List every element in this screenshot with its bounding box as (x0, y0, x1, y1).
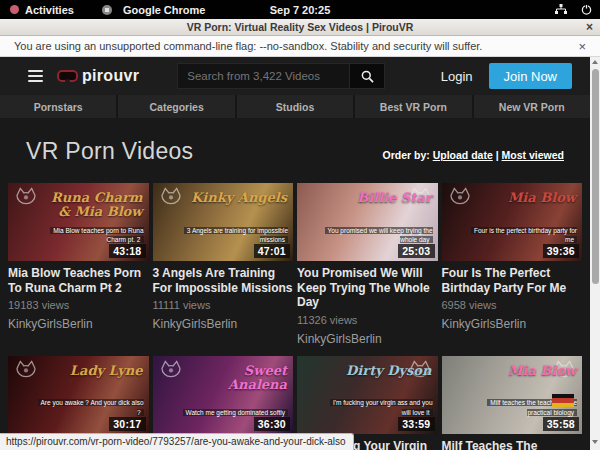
video-card[interactable]: Mia Blow Four is the perfect birthday pa… (442, 183, 583, 346)
logo-text: pirouvr (82, 67, 139, 85)
video-card[interactable]: Billie Star You promised we will keep tr… (297, 183, 438, 346)
page-title: VR Porn Videos (26, 138, 193, 165)
video-studio-link[interactable]: KinkyGirlsBerlin (8, 317, 149, 331)
video-card[interactable]: Runa Charm & Mia Blow Mia Blow teaches p… (8, 183, 149, 346)
duration-badge: 25:03 (398, 244, 434, 258)
nav-categories[interactable]: Categories (118, 95, 234, 118)
video-thumb[interactable]: Mia Blow Milf teaches the teacher some p… (442, 356, 583, 434)
thumb-caption: Mia Blow teaches porn to Runa Charm pt. … (31, 226, 143, 246)
desktop-top-bar: Activities Google Chrome Sep 7 20:25 (0, 0, 600, 19)
window-title: VR Porn: Virtual Reality Sex Videos | Pi… (187, 21, 414, 33)
site-logo[interactable]: pirouvr (57, 67, 139, 85)
video-studio-link[interactable]: KinkyGirlsBerlin (297, 332, 438, 346)
german-flag (552, 394, 574, 407)
thumb-overlay-title: Dirty Dyson (325, 364, 432, 378)
search-input[interactable] (177, 63, 349, 89)
sandbox-warning-bar: You are using an unsupported command-lin… (0, 36, 600, 57)
thumb-overlay-title: Mia Blow (470, 191, 577, 205)
thumb-caption: Are you awake ? And your dick also ? (31, 398, 143, 418)
order-by-label: Order by: (382, 149, 429, 161)
join-now-button[interactable]: Join Now (489, 63, 572, 89)
page-heading: VR Porn Videos Order by: Upload date | M… (0, 118, 590, 181)
video-views: 6958 views (442, 299, 583, 311)
nav-studios[interactable]: Studios (237, 95, 353, 118)
network-icon[interactable] (555, 4, 567, 15)
window-close-icon[interactable]: × (586, 20, 593, 34)
duration-badge: 36:30 (254, 417, 290, 431)
thumb-overlay-title: Lady Lyne (36, 364, 143, 378)
video-grid: Runa Charm & Mia Blow Mia Blow teaches p… (0, 181, 590, 450)
browser-viewport: pirouvr Login Join Now Pornstars Categor… (0, 57, 590, 450)
cat-mask-watermark-icon (159, 360, 183, 383)
video-thumb[interactable]: Sweet Analena Watch me getting dominated… (153, 356, 294, 434)
video-card[interactable]: Kinky Angels 3 Angels are training for i… (153, 183, 294, 346)
scroll-down-icon[interactable] (592, 440, 598, 444)
video-thumb[interactable]: Kinky Angels 3 Angels are training for i… (153, 183, 294, 261)
nav-best-vr-porn[interactable]: Best VR Porn (355, 95, 471, 118)
site-header: pirouvr Login Join Now (0, 57, 590, 95)
search-button[interactable] (349, 63, 385, 89)
video-studio-link[interactable]: KinkyGirlsBerlin (442, 317, 583, 331)
order-by: Order by: Upload date | Most viewed (382, 149, 564, 165)
order-separator: | (496, 149, 499, 161)
order-upload-date-link[interactable]: Upload date (433, 149, 493, 161)
duration-badge: 39:36 (543, 244, 579, 258)
video-title[interactable]: You Promised We Will Keep Trying The Who… (297, 266, 438, 310)
thumb-overlay-title: Kinky Angels (181, 191, 288, 205)
duration-badge: 43:18 (109, 244, 145, 258)
order-most-viewed-link[interactable]: Most viewed (502, 149, 564, 161)
video-title[interactable]: Mia Blow Teaches Porn To Runa Charm Pt 2 (8, 266, 149, 295)
cat-mask-watermark-icon (14, 187, 38, 210)
thumb-caption: You promised we will keep trying the who… (320, 226, 432, 246)
video-title[interactable]: 3 Angels Are Training For Impossible Mis… (153, 266, 294, 295)
video-thumb[interactable]: Runa Charm & Mia Blow Mia Blow teaches p… (8, 183, 149, 261)
cat-mask-watermark-icon (448, 187, 472, 210)
nav-new-vr-porn[interactable]: New VR Porn (474, 95, 590, 118)
nav-pornstars[interactable]: Pornstars (0, 95, 116, 118)
video-thumb[interactable]: Mia Blow Four is the perfect birthday pa… (442, 183, 583, 261)
search-form (177, 63, 385, 89)
video-views: 11111 views (153, 299, 294, 311)
scrollbar-thumb[interactable] (592, 69, 599, 284)
video-thumb[interactable]: Lady Lyne Are you awake ? And your dick … (8, 356, 149, 434)
thumb-caption: 3 Angels are training for impossible mis… (176, 226, 288, 246)
video-card[interactable]: Mia Blow Milf teaches the teacher some p… (442, 356, 583, 450)
infobar-close-icon[interactable]: × (578, 39, 586, 54)
window-titlebar[interactable]: VR Porn: Virtual Reality Sex Videos | Pi… (0, 19, 600, 36)
thumb-overlay-title: Sweet Analena (181, 364, 288, 391)
login-link[interactable]: Login (441, 69, 473, 84)
video-title[interactable]: Milf Teaches The Teacher Some Practical … (442, 439, 583, 450)
duration-badge: 33:59 (398, 417, 434, 431)
video-thumb[interactable]: Dirty Dyson I'm fucking your virgin ass … (297, 356, 438, 434)
menu-icon[interactable] (28, 70, 43, 82)
clock[interactable]: Sep 7 20:25 (0, 4, 600, 16)
video-title[interactable]: Four Is The Perfect Birthday Party For M… (442, 266, 583, 295)
browser-scrollbar[interactable] (590, 57, 600, 450)
screen: Activities Google Chrome Sep 7 20:25 VR … (0, 0, 600, 450)
main-nav: Pornstars Categories Studios Best VR Por… (0, 95, 590, 118)
status-url-bar: https://pirouvr.com/vr-porn-video/779325… (0, 433, 354, 450)
thumb-caption: Four is the perfect birthday party for m… (465, 226, 577, 246)
scroll-up-icon[interactable] (592, 60, 598, 64)
cat-mask-watermark-icon (14, 360, 38, 383)
thumb-overlay-title: Runa Charm & Mia Blow (36, 191, 143, 218)
cat-mask-watermark-icon (159, 187, 183, 210)
power-icon[interactable] (581, 4, 592, 15)
video-thumb[interactable]: Billie Star You promised we will keep tr… (297, 183, 438, 261)
video-views: 11326 views (297, 314, 438, 326)
thumb-caption: I'm fucking your virgin ass and you will… (320, 398, 432, 418)
video-studio-link[interactable]: KinkyGirlsBerlin (153, 317, 294, 331)
warning-text: You are using an unsupported command-lin… (14, 40, 482, 52)
duration-badge: 30:17 (109, 417, 145, 431)
thumb-overlay-title: Billie Star (325, 191, 432, 205)
thumb-overlay-title: Mia Blow (470, 364, 577, 378)
duration-badge: 47:01 (254, 244, 290, 258)
video-views: 19183 views (8, 299, 149, 311)
vr-goggles-icon (57, 70, 78, 82)
search-icon (361, 70, 374, 83)
duration-badge: 35:58 (543, 417, 579, 431)
